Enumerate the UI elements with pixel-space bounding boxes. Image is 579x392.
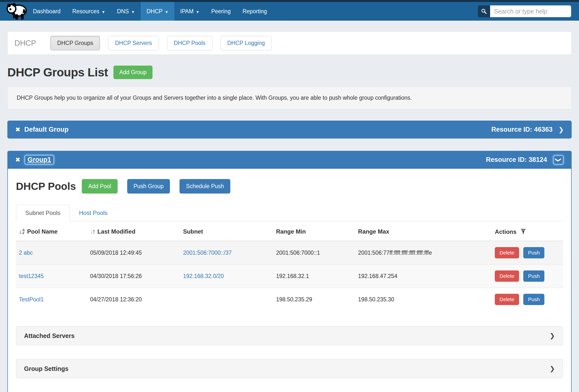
group-name: Default Group [24,126,69,133]
column-header-range-max[interactable]: Range Max [355,221,492,241]
nav-item-reporting[interactable]: Reporting [236,2,273,21]
top-strip [0,0,579,2]
caret-down-icon: ▼ [131,10,135,14]
search-button[interactable] [478,5,490,17]
push-pool-button[interactable]: Push [523,294,544,305]
nav-items: Dashboard Resources ▼ DNS ▼ DHCP ▼ IPAM … [27,2,273,21]
last-modified-cell: 04/30/2018 17:56:26 [87,264,180,288]
pool-name-link[interactable]: 2 abc [19,249,33,256]
nav-item-dhcp[interactable]: DHCP ▼ [141,2,174,21]
app-logo[interactable] [0,2,27,21]
group-section-group1: ✖ Group1 Resource ID: 38124 ❯ DHCP Pools… [7,151,572,392]
range-min-cell: 2001:506:7000::1 [273,241,355,264]
pool-name-link[interactable]: test12345 [19,273,44,279]
nav-label: DNS [117,8,129,15]
push-pool-button[interactable]: Push [523,247,544,258]
nav-label: Peering [211,8,230,15]
subnet-link[interactable]: 2001:506:7000::/37 [183,249,231,256]
delete-group-icon[interactable]: ✖ [15,126,20,133]
sort-alpha-icon[interactable]: ↓AZ [19,228,25,235]
range-min-cell: 192.168.32.1 [273,264,355,288]
attached-servers-panel[interactable]: Attached Servers ❯ [16,326,563,345]
nav-item-dns[interactable]: DNS ▼ [111,2,141,21]
nav-item-resources[interactable]: Resources ▼ [67,2,111,21]
schedule-push-button[interactable]: Schedule Push [179,179,230,194]
push-group-button[interactable]: Push Group [127,179,170,194]
group-name-link[interactable]: Group1 [24,155,54,165]
page-head: DHCP Groups List Add Group [7,66,572,79]
dhcp-subnav: DHCP DHCP Groups DHCP Servers DHCP Pools… [7,31,572,55]
nav-label: Dashboard [33,8,61,15]
caret-down-icon: ▼ [165,10,168,14]
table-row: 2 abc 05/09/2018 12:49:45 2001:506:7000:… [16,241,563,264]
collapse-group-button[interactable]: ❯ [553,155,564,165]
add-group-button[interactable]: Add Group [113,66,152,79]
sort-icon[interactable]: ↓↑ [90,228,95,235]
group-detail-panel: DHCP Pools Add Pool Push Group Schedule … [7,169,572,392]
subnet-pools-table: ↓AZPool Name ↓↑Last Modified Subnet Rang… [16,221,563,311]
delete-pool-button[interactable]: Delete [495,294,519,305]
push-pool-button[interactable]: Push [523,270,544,282]
nav-label: IPAM [180,8,194,15]
panda-logo-icon [5,1,28,21]
column-header-range-min[interactable]: Range Min [273,221,355,241]
table-header-row: ↓AZPool Name ↓↑Last Modified Subnet Rang… [16,221,563,241]
group-bar-group1[interactable]: ✖ Group1 Resource ID: 38124 ❯ [7,151,572,169]
pools-head: DHCP Pools Add Pool Push Group Schedule … [16,179,563,194]
resource-id: Resource ID: 38124 [486,156,547,163]
subnet-link[interactable]: 192.168.32.0/20 [183,273,224,279]
add-pool-button[interactable]: Add Pool [82,179,117,194]
last-modified-cell: 05/09/2018 12:49:45 [87,241,180,264]
main-navbar: Dashboard Resources ▼ DNS ▼ DHCP ▼ IPAM … [0,2,579,21]
global-search [478,5,571,17]
delete-pool-button[interactable]: Delete [495,270,519,282]
nav-item-peering[interactable]: Peering [205,2,236,21]
subnav-label: DHCP [14,39,36,48]
table-row: test12345 04/30/2018 17:56:26 192.168.32… [16,264,563,288]
groups-description: DHCP Groups help you to organize all of … [7,86,572,109]
panel-label: Attached Servers [24,332,75,339]
delete-pool-button[interactable]: Delete [495,247,519,258]
range-max-cell: 198.50.235.30 [355,288,492,311]
search-icon [481,8,487,14]
dhcp-groups-button[interactable]: DHCP Groups [50,36,100,50]
page-content: DHCP DHCP Groups DHCP Servers DHCP Pools… [0,31,579,392]
nav-label: Resources [72,8,99,15]
page-title: DHCP Groups List [7,66,108,79]
nav-label: Reporting [242,8,267,15]
column-header-last-modified[interactable]: ↓↑Last Modified [87,221,180,241]
nav-item-ipam[interactable]: IPAM ▼ [174,2,205,21]
group-bar-default-group[interactable]: ✖ Default Group Resource ID: 46363 ❯ [7,121,572,139]
chevron-right-icon[interactable]: ❯ [558,127,564,133]
nav-item-dashboard[interactable]: Dashboard [27,2,67,21]
chevron-down-icon: ❯ [555,157,562,162]
caret-down-icon: ▼ [196,10,199,14]
range-max-cell: 192.168.47.254 [355,264,492,288]
resource-id: Resource ID: 46363 [491,126,553,133]
dhcp-pools-button[interactable]: DHCP Pools [167,36,213,50]
tab-host-pools[interactable]: Host Pools [70,205,117,221]
chevron-right-icon: ❯ [550,332,555,340]
pool-name-link[interactable]: TestPool1 [19,296,44,303]
delete-group-icon[interactable]: ✖ [15,156,20,163]
column-header-actions: Actions [492,221,563,241]
filter-icon[interactable] [520,229,526,235]
table-row: TestPool1 04/27/2018 12:36:20 198.50.235… [16,288,563,311]
nav-label: DHCP [146,8,162,15]
dhcp-logging-button[interactable]: DHCP Logging [220,36,272,50]
range-min-cell: 198.50.235.29 [273,288,355,311]
column-header-subnet[interactable]: Subnet [180,221,273,241]
dhcp-servers-button[interactable]: DHCP Servers [108,36,159,50]
column-header-pool-name[interactable]: ↓AZPool Name [16,221,87,241]
group-bar-right: Resource ID: 46363 ❯ [491,126,564,133]
search-input[interactable] [490,5,571,17]
panel-label: Group Settings [24,365,69,372]
group-settings-panel[interactable]: Group Settings ❯ [16,359,563,378]
tab-subnet-pools[interactable]: Subnet Pools [16,205,70,221]
last-modified-cell: 04/27/2018 12:36:20 [87,288,180,311]
chevron-right-icon: ❯ [550,365,555,373]
caret-down-icon: ▼ [101,10,105,14]
group-bar-right: Resource ID: 38124 ❯ [486,155,564,165]
pools-title: DHCP Pools [16,180,76,192]
range-max-cell: 2001:506:77ff:ffff:ffff:ffff:ffff:fffe [355,241,492,264]
